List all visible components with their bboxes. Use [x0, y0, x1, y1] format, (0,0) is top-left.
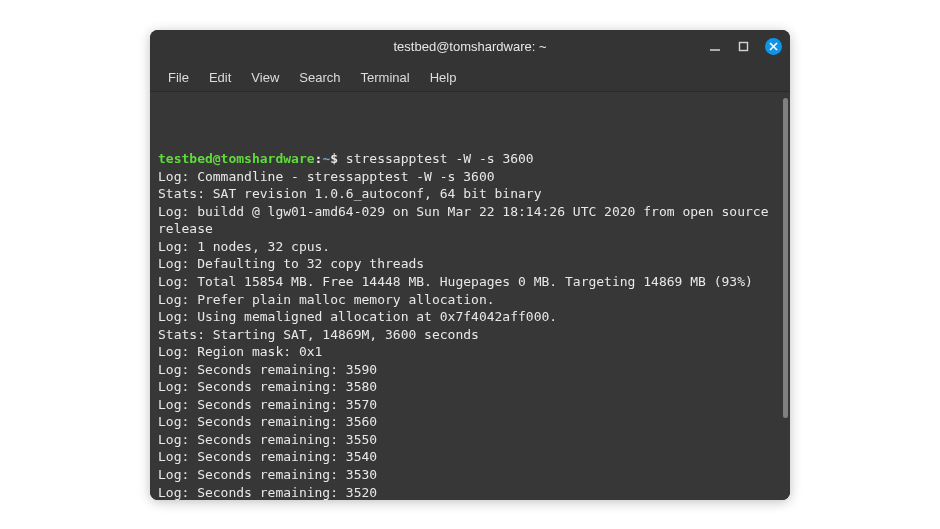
menu-terminal[interactable]: Terminal: [353, 68, 418, 87]
output-line: Stats: SAT revision 1.0.6_autoconf, 64 b…: [158, 185, 776, 203]
output-line: Log: Seconds remaining: 3540: [158, 448, 776, 466]
terminal-content: testbed@tomshardware:~$ stressapptest -W…: [158, 150, 776, 499]
window-title: testbed@tomshardware: ~: [393, 39, 546, 54]
terminal-window: testbed@tomshardware: ~ File Edit View S…: [150, 30, 790, 500]
output-line: Log: 1 nodes, 32 cpus.: [158, 238, 776, 256]
output-line: Log: Seconds remaining: 3550: [158, 431, 776, 449]
output-line: Log: Region mask: 0x1: [158, 343, 776, 361]
output-line: Log: Seconds remaining: 3580: [158, 378, 776, 396]
minimize-button[interactable]: [707, 39, 722, 54]
maximize-button[interactable]: [736, 39, 751, 54]
prompt-line: testbed@tomshardware:~$ stressapptest -W…: [158, 150, 776, 168]
window-controls: [707, 30, 782, 64]
prompt-sep2: $: [330, 151, 338, 166]
output-line: Log: Seconds remaining: 3560: [158, 413, 776, 431]
titlebar[interactable]: testbed@tomshardware: ~: [150, 30, 790, 64]
menu-edit[interactable]: Edit: [201, 68, 239, 87]
output-line: Log: Prefer plain malloc memory allocati…: [158, 291, 776, 309]
scrollbar[interactable]: [783, 98, 788, 418]
prompt-command: stressapptest -W -s 3600: [346, 151, 534, 166]
output-line: Log: Commandline - stressapptest -W -s 3…: [158, 168, 776, 186]
menu-file[interactable]: File: [160, 68, 197, 87]
output-line: Stats: Starting SAT, 14869M, 3600 second…: [158, 326, 776, 344]
menu-search[interactable]: Search: [291, 68, 348, 87]
terminal-area[interactable]: testbed@tomshardware:~$ stressapptest -W…: [150, 92, 790, 500]
output-line: Log: Using memaligned allocation at 0x7f…: [158, 308, 776, 326]
output-line: Log: Seconds remaining: 3520: [158, 484, 776, 500]
output-line: Log: Seconds remaining: 3590: [158, 361, 776, 379]
prompt-user-host: testbed@tomshardware: [158, 151, 315, 166]
menubar: File Edit View Search Terminal Help: [150, 64, 790, 92]
svg-rect-1: [740, 43, 748, 51]
output-line: Log: buildd @ lgw01-amd64-029 on Sun Mar…: [158, 203, 776, 238]
output-line: Log: Total 15854 MB. Free 14448 MB. Huge…: [158, 273, 776, 291]
menu-view[interactable]: View: [243, 68, 287, 87]
output-line: Log: Defaulting to 32 copy threads: [158, 255, 776, 273]
output-line: Log: Seconds remaining: 3530: [158, 466, 776, 484]
output-line: Log: Seconds remaining: 3570: [158, 396, 776, 414]
menu-help[interactable]: Help: [422, 68, 465, 87]
close-button[interactable]: [765, 38, 782, 55]
